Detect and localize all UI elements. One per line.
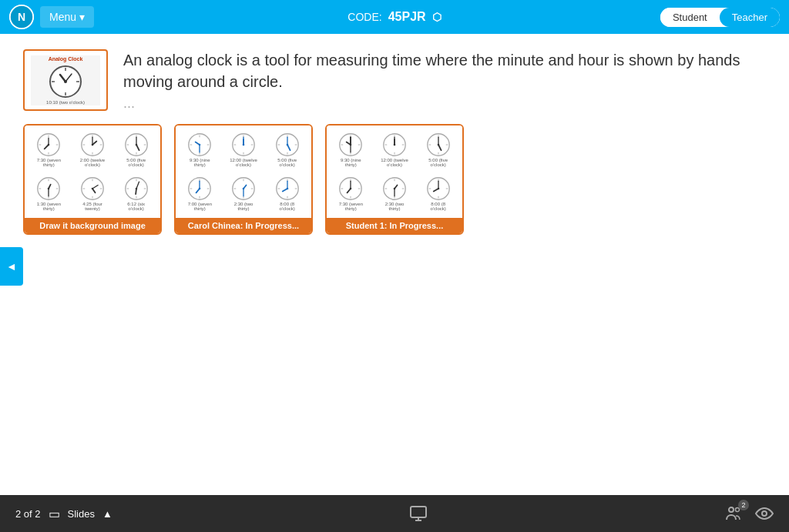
- mini-clock-svg: [382, 132, 407, 157]
- clock-cell: 12:00 (twelve o'clock): [223, 129, 265, 171]
- mini-clock-svg: [187, 176, 212, 201]
- svg-point-158: [729, 507, 734, 512]
- svg-point-89: [199, 188, 201, 190]
- view-toggle: Student Teacher: [660, 8, 780, 27]
- svg-point-65: [199, 144, 201, 146]
- clock-label: 12:00 (twelve o'clock): [380, 158, 409, 167]
- card-label-draw-it: Draw it background image: [25, 218, 160, 233]
- svg-point-105: [286, 188, 288, 190]
- monitor-icon: [409, 504, 428, 523]
- clock-label: 4:25 (four twenty): [78, 202, 107, 211]
- slides-label: Slides: [68, 508, 95, 520]
- svg-text:N: N: [18, 11, 25, 23]
- svg-point-154: [437, 188, 439, 190]
- clock-cell: 1:30 (seven thirty): [28, 172, 70, 215]
- clock-cell: 2:30 (two thirty): [223, 172, 265, 215]
- share-icon[interactable]: ⬡: [432, 11, 442, 23]
- clock-label: 7:30 (seven thirty): [34, 158, 63, 167]
- thumb-label: 10:10 (two o'clock): [46, 100, 85, 105]
- clock-cell: 5:00 (five o'clock): [115, 129, 157, 171]
- code-label: CODE:: [347, 11, 381, 23]
- svg-point-114: [350, 144, 352, 146]
- clock-label: 2:30 (two thirty): [229, 202, 258, 211]
- people-badge-count: 2: [738, 500, 749, 510]
- header: N Menu ▾ CODE: 45PJR ⬡ Student Teacher: [0, 0, 789, 34]
- monitor-button[interactable]: [409, 504, 428, 523]
- svg-rect-155: [411, 507, 426, 517]
- clock-label: 1:30 (seven thirty): [34, 202, 63, 211]
- main-content: Analog Clock 10:10 (two o'clock): [0, 34, 789, 250]
- thumb-title: Analog Clock: [49, 56, 83, 62]
- mini-clock-svg: [36, 176, 61, 201]
- svg-point-17: [48, 144, 50, 146]
- mini-clock-svg: [231, 176, 256, 201]
- card-body-student1: 9:30 (nine thirty) 12:00 (twelve o'clock…: [327, 125, 462, 218]
- clock-cell: 7:00 (seven thirty): [179, 172, 221, 215]
- svg-point-122: [394, 144, 396, 146]
- svg-point-138: [350, 188, 352, 190]
- svg-point-9: [64, 80, 67, 83]
- svg-point-73: [243, 144, 245, 146]
- clock-cell: 6:12 (six o'clock): [115, 172, 157, 215]
- people-button[interactable]: 2: [724, 504, 743, 523]
- nav-previous-arrow[interactable]: ◄: [0, 247, 23, 286]
- cards-row: 7:30 (seven thirty) 2:00 (twelve: [23, 124, 766, 235]
- card-carol[interactable]: 9:30 (nine thirty) 12:00 (twelve: [174, 124, 313, 235]
- clock-cell: 7:30 (seven thirty): [28, 129, 70, 171]
- mini-clock-svg: [382, 176, 407, 201]
- mini-clock-svg: [187, 132, 212, 157]
- clock-cell: 7:30 (seven thirty): [330, 172, 372, 215]
- clock-label: 6:12 (six o'clock): [122, 202, 151, 211]
- card-draw-it[interactable]: 7:30 (seven thirty) 2:00 (twelve: [23, 124, 162, 235]
- student-toggle[interactable]: Student: [660, 8, 720, 27]
- mini-clock-svg: [80, 176, 105, 201]
- slide-header: Analog Clock 10:10 (two o'clock): [23, 49, 766, 112]
- slide-thumbnail[interactable]: Analog Clock 10:10 (two o'clock): [23, 49, 108, 111]
- svg-point-33: [135, 144, 137, 146]
- clock-cell: 2:00 (twelve o'clock): [72, 129, 114, 171]
- svg-point-41: [48, 188, 50, 190]
- clock-label: 2:30 (two thirty): [380, 202, 409, 211]
- clock-cell: 2:30 (two thirty): [374, 172, 416, 215]
- more-options[interactable]: ...: [123, 95, 766, 112]
- menu-label: Menu: [49, 11, 76, 23]
- card-body-draw-it: 7:30 (seven thirty) 2:00 (twelve: [25, 125, 160, 218]
- sort-up-icon: ▲: [102, 508, 112, 520]
- menu-button[interactable]: Menu ▾: [40, 6, 94, 28]
- clock-label: 7:30 (seven thirty): [336, 202, 365, 211]
- mini-clock-svg: [124, 132, 149, 157]
- card-student1[interactable]: 9:30 (nine thirty) 12:00 (twelve o'clock…: [325, 124, 464, 235]
- clock-cell: 12:00 (twelve o'clock): [374, 129, 416, 171]
- svg-point-81: [286, 144, 288, 146]
- clock-cell: 5:00 (five o'clock): [417, 129, 459, 171]
- clock-label: 9:30 (nine thirty): [336, 158, 365, 167]
- clock-label: 7:00 (seven thirty): [185, 202, 214, 211]
- eye-button[interactable]: [755, 504, 774, 523]
- teacher-toggle[interactable]: Teacher: [720, 8, 780, 27]
- header-right: Student Teacher: [660, 8, 780, 27]
- clock-cell: 9:30 (nine thirty): [179, 129, 221, 171]
- nearpod-logo: N: [9, 5, 34, 29]
- clock-label: 12:00 (twelve o'clock): [229, 158, 258, 167]
- footer-left: 2 of 2 ▭ Slides ▲: [15, 507, 112, 521]
- slide-description: An analog clock is a tool for measuring …: [123, 49, 766, 92]
- clock-label: 5:00 (five o'clock): [273, 158, 302, 167]
- slide-description-area: An analog clock is a tool for measuring …: [123, 49, 766, 112]
- clock-cell: 5:00 (five o'clock): [266, 129, 308, 171]
- thumb-inner: Analog Clock 10:10 (two o'clock): [31, 55, 100, 105]
- mini-clock-svg: [124, 176, 149, 201]
- mini-clock-svg: [36, 132, 61, 157]
- logo-icon: N: [9, 5, 34, 29]
- chevron-down-icon: ▾: [79, 11, 85, 23]
- svg-point-57: [135, 188, 137, 190]
- mini-clock-svg: [338, 176, 363, 201]
- mini-clock-svg: [231, 132, 256, 157]
- svg-point-160: [762, 511, 767, 516]
- arrow-left-icon: ◄: [6, 260, 17, 273]
- mini-clock-svg: [275, 132, 300, 157]
- svg-point-97: [243, 188, 245, 190]
- clock-label: 2:00 (twelve o'clock): [78, 158, 107, 167]
- card-label-carol: Carol Chinea: In Progress...: [176, 218, 311, 233]
- clock-cell: 8:00 (8 o'clock): [417, 172, 459, 215]
- svg-point-25: [92, 144, 94, 146]
